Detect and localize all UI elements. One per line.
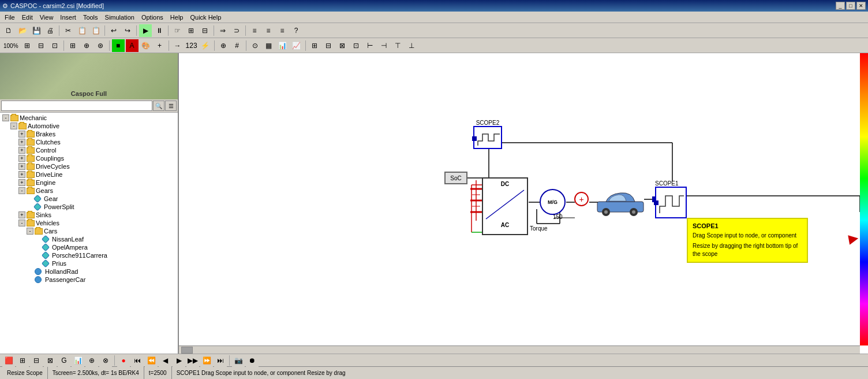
tree-node-opelampera[interactable]: OpelAmpera (33, 243, 177, 251)
menu-quick-help[interactable]: Quick Help (186, 13, 225, 22)
toggle-automotive[interactable]: - (10, 122, 17, 129)
sim-fwd-end[interactable]: ⏭ (214, 354, 227, 367)
scope1-block[interactable]: SCOPE1 (655, 180, 687, 218)
close-button[interactable]: ✕ (856, 2, 866, 10)
undo-button[interactable]: ↩ (107, 24, 120, 37)
tree-node-sinks[interactable]: + Sinks (17, 211, 177, 219)
export7-btn[interactable]: ⊤ (391, 39, 404, 52)
sum-circle[interactable]: + (574, 192, 589, 206)
color3[interactable]: 🎨 (140, 39, 152, 52)
cut-button[interactable]: ✂ (62, 24, 74, 37)
scope1-port[interactable] (654, 200, 659, 205)
color2[interactable]: A (126, 39, 139, 52)
tree-node-cars[interactable]: - Cars (25, 227, 177, 235)
tree-node-brakes[interactable]: + Brakes (17, 130, 177, 138)
toggle-vehicles[interactable]: - (18, 220, 25, 226)
soc-box[interactable]: SoC (444, 172, 467, 184)
scope1-box[interactable] (655, 187, 687, 218)
tree-node-couplings[interactable]: + Couplings (17, 154, 177, 162)
sim-step-fwd[interactable]: ▶▶ (186, 354, 199, 367)
sum-block[interactable]: + (574, 192, 589, 206)
toggle-control[interactable]: + (18, 147, 25, 154)
toggle-mechanic[interactable]: - (2, 114, 9, 121)
redo-button[interactable]: ↪ (121, 24, 134, 37)
pause-button[interactable]: ⏸ (153, 24, 166, 37)
tree-node-porsche[interactable]: Porsche911Carrera (33, 251, 177, 259)
align-btn[interactable]: ⊛ (94, 39, 107, 52)
menu-insert[interactable]: Insert (57, 13, 80, 22)
toggle-drivecycles[interactable]: + (18, 163, 25, 170)
new-button[interactable]: 🗋 (2, 24, 15, 37)
toggle-cars[interactable]: - (27, 228, 33, 235)
tree-node-hollandrad[interactable]: HollandRad (25, 267, 177, 276)
menu-view[interactable]: View (36, 13, 57, 22)
tree-node-prius[interactable]: Prius (33, 259, 177, 267)
sim-btn7[interactable]: ⊕ (85, 354, 98, 367)
toggle-brakes[interactable]: + (18, 131, 25, 138)
sim-fwd[interactable]: ⏩ (200, 354, 213, 367)
scope2-port[interactable] (472, 136, 477, 141)
toggle-clutches[interactable]: + (18, 139, 25, 146)
open-button[interactable]: 📂 (16, 24, 29, 37)
sim-play[interactable]: ▶ (173, 354, 185, 367)
sim-btn3[interactable]: ⊟ (30, 354, 43, 367)
sim-record2[interactable]: ⏺ (246, 354, 259, 367)
measure-btn[interactable]: ⚡ (199, 39, 212, 52)
sim-btn8[interactable]: ⊗ (99, 354, 112, 367)
car-block[interactable] (594, 187, 646, 217)
export6-btn[interactable]: ⊣ (377, 39, 390, 52)
tree-node-drivecycles[interactable]: + DriveCycles (17, 162, 177, 170)
sim-step-back[interactable]: ◀ (159, 354, 171, 367)
toggle-driveline[interactable]: + (18, 171, 25, 178)
mg-block[interactable]: M/G (540, 189, 566, 215)
soc-block[interactable]: SoC (444, 172, 467, 184)
chart-btn[interactable]: 📊 (276, 39, 289, 52)
num-btn[interactable]: 123 (185, 39, 198, 52)
tree-node-clutches[interactable]: + Clutches (17, 138, 177, 146)
print-button[interactable]: 🖨 (44, 24, 57, 37)
zoom-btn2[interactable]: ⊟ (35, 39, 47, 52)
zoom-btn1[interactable]: ⊞ (21, 39, 33, 52)
tool4[interactable]: ⇒ (216, 24, 229, 37)
export2-btn[interactable]: ⊟ (322, 39, 335, 52)
tool1[interactable]: ☞ (171, 24, 184, 37)
search-button[interactable]: 🔍 (153, 101, 164, 111)
tool3[interactable]: ⊟ (199, 24, 211, 37)
menu-simulation[interactable]: Simulation (102, 13, 138, 22)
export4-btn[interactable]: ⊡ (350, 39, 362, 52)
dc-ac-block[interactable]: DC AC (482, 177, 528, 235)
minimize-button[interactable]: _ (836, 2, 845, 10)
scope2-block[interactable]: SCOPE2 (473, 120, 502, 149)
menu-file[interactable]: File (1, 13, 18, 22)
tool8[interactable]: ≡ (276, 24, 289, 37)
sim-btn1[interactable]: 🟥 (2, 354, 15, 367)
toggle-gears[interactable]: - (18, 187, 25, 194)
sim-btn6[interactable]: 📊 (72, 354, 84, 367)
menu-options[interactable]: Options (138, 13, 167, 22)
toggle-engine[interactable]: + (18, 179, 25, 186)
tool2[interactable]: ⊞ (185, 24, 197, 37)
tree-node-gear[interactable]: Gear (25, 195, 177, 203)
tool5[interactable]: ⊃ (230, 24, 243, 37)
crosshair-btn[interactable]: ⊕ (217, 39, 230, 52)
tree-node-passengercar[interactable]: PassengerCar (25, 276, 177, 284)
color4[interactable]: + (154, 39, 166, 52)
zoom-btn3[interactable]: ⊡ (48, 39, 61, 52)
snap-btn[interactable]: ⊕ (80, 39, 93, 52)
tree-node-engine[interactable]: + Engine (17, 179, 177, 187)
tree-node-automotive[interactable]: - Automotive (9, 122, 177, 130)
filter-button[interactable]: ☰ (165, 101, 177, 111)
toggle-couplings[interactable]: + (18, 155, 25, 162)
tree-node-mechanic[interactable]: - Mechanic (1, 114, 177, 122)
export8-btn[interactable]: ⊥ (405, 39, 418, 52)
copy-button[interactable]: 📋 (76, 24, 88, 37)
save-button[interactable]: 💾 (30, 24, 43, 37)
menu-tools[interactable]: Tools (80, 13, 102, 22)
menu-edit[interactable]: Edit (18, 13, 36, 22)
sim-rew[interactable]: ⏪ (145, 354, 158, 367)
grid-btn[interactable]: ⊞ (66, 39, 79, 52)
color1[interactable]: ■ (112, 39, 125, 52)
tree-node-nissanleaf[interactable]: NissanLeaf (33, 235, 177, 243)
arrow-btn[interactable]: → (171, 39, 184, 52)
menu-help[interactable]: Help (167, 13, 187, 22)
